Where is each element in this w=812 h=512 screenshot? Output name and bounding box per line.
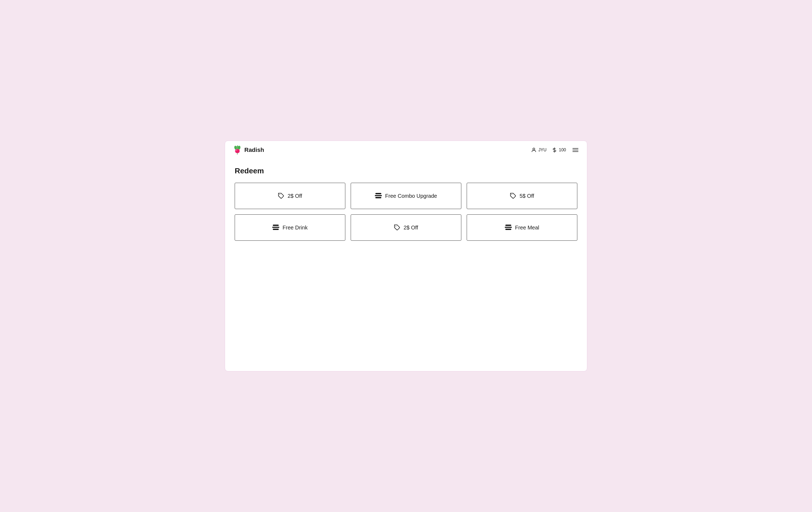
tag-icon — [510, 193, 516, 199]
menu-bar-2 — [573, 150, 578, 150]
burger-icon — [505, 224, 512, 231]
reward-label: Free Meal — [515, 224, 539, 231]
logo-text: Radish — [244, 147, 264, 153]
svg-rect-18 — [505, 224, 511, 226]
svg-rect-12 — [375, 197, 381, 198]
user-icon — [531, 147, 537, 153]
reward-label: 5$ Off — [520, 193, 534, 199]
reward-card-2[interactable]: Free Combo Upgrade — [351, 183, 461, 209]
reward-card-5[interactable]: 2$ Off — [351, 214, 461, 241]
header-right: JYU 100 — [531, 147, 579, 153]
svg-point-5 — [235, 149, 239, 153]
svg-rect-16 — [273, 229, 279, 230]
reward-card-1[interactable]: 2$ Off — [235, 183, 345, 209]
burger-icon — [375, 193, 382, 199]
reward-card-6[interactable]: Free Meal — [467, 214, 577, 241]
svg-rect-10 — [375, 193, 381, 194]
dollar-icon — [552, 147, 557, 153]
reward-label: 2$ Off — [288, 193, 302, 199]
user-name: JYU — [539, 148, 546, 152]
reward-card-3[interactable]: 5$ Off — [467, 183, 577, 209]
svg-rect-14 — [273, 224, 279, 226]
tag-icon — [394, 224, 400, 231]
svg-rect-15 — [272, 227, 279, 228]
user-info[interactable]: JYU — [531, 147, 546, 153]
logo-icon — [233, 145, 242, 155]
burger-icon — [272, 224, 279, 231]
reward-label: Free Combo Upgrade — [385, 193, 437, 199]
page-title: Redeem — [235, 167, 577, 175]
app-window: Radish JYU 100 — [225, 141, 587, 371]
logo-area[interactable]: Radish — [233, 145, 264, 155]
svg-rect-11 — [375, 195, 382, 196]
svg-rect-19 — [505, 227, 512, 228]
svg-point-7 — [533, 148, 534, 150]
menu-bar-1 — [573, 148, 578, 149]
svg-rect-20 — [505, 229, 511, 230]
points-area: 100 — [552, 147, 566, 153]
hamburger-menu-button[interactable] — [572, 147, 579, 153]
rewards-grid: 2$ Off Free Combo Upgrade 5$ Off — [235, 183, 577, 241]
menu-bar-3 — [573, 151, 578, 152]
main-content: Redeem 2$ Off Free Combo Upgrade — [225, 159, 587, 248]
points-value: 100 — [559, 148, 566, 152]
svg-point-6 — [236, 150, 237, 151]
reward-card-4[interactable]: Free Drink — [235, 214, 345, 241]
tag-icon — [278, 193, 284, 199]
header: Radish JYU 100 — [225, 141, 587, 159]
reward-label: 2$ Off — [404, 224, 418, 231]
reward-label: Free Drink — [283, 224, 308, 231]
